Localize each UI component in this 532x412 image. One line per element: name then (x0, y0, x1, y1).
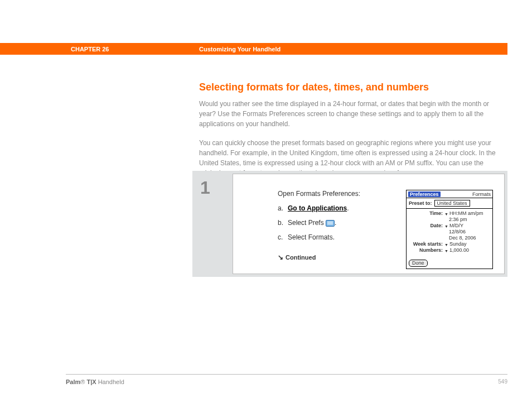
step-a-text: Go to Applications. (288, 204, 389, 212)
palm-time-value: HH:MM am/pm (449, 210, 483, 217)
palm-preset-dropdown[interactable]: United States (434, 200, 470, 207)
step-lead: Open Formats Preferences: (278, 190, 389, 198)
step-a-letter: a. (278, 204, 288, 212)
palm-date-label: Date: (410, 223, 444, 229)
page-number: 549 (498, 379, 507, 385)
palm-formats-label: Formats (472, 191, 491, 197)
footer-brand: Palm® T|X Handheld (66, 379, 124, 385)
palm-numbers-row: Numbers: ▼ 1,000.00 (410, 247, 489, 253)
chapter-header: CHAPTER 26 Customizing Your Handheld (0, 43, 507, 55)
chapter-title: Customizing Your Handheld (199, 46, 280, 52)
palm-date-value: M/D/Y (449, 223, 463, 229)
palm-preset-label: Preset to: (409, 200, 432, 206)
palm-pref-badge: Preferences (408, 191, 441, 197)
step-c-text: Select Formats. (288, 233, 389, 241)
section-heading: Selecting formats for dates, times, and … (199, 82, 506, 93)
palm-numbers-value: 1,000.00 (449, 247, 469, 253)
step-c-letter: c. (278, 233, 288, 241)
palm-date-example-2: Dec 8, 2006 (449, 235, 489, 241)
dropdown-triangle-icon[interactable]: ▼ (444, 211, 448, 217)
palm-week-value: Sunday (449, 241, 467, 247)
dropdown-triangle-icon[interactable]: ▼ (444, 223, 448, 229)
palm-time-example: 2:36 pm (449, 217, 489, 223)
footer-brand-bold: Palm (66, 379, 80, 385)
step-box: 1 Open Formats Preferences: a. Go to App… (192, 171, 507, 277)
footer-tail: Handheld (96, 379, 124, 385)
go-to-applications-link[interactable]: Go to Applications (288, 204, 347, 212)
continued-label: Continued (286, 254, 316, 261)
footer-rule (66, 374, 507, 375)
palm-body: Time: ▼ HH:MM am/pm 2:36 pm Date: ▼ M/D/… (407, 209, 492, 255)
palm-week-label: Week starts: (410, 241, 444, 247)
step-number: 1 (200, 178, 210, 198)
dropdown-triangle-icon[interactable]: ▼ (444, 242, 448, 248)
step-b-letter: b. (278, 219, 288, 227)
footer-model: T|X (85, 379, 96, 385)
prefs-icon (326, 220, 335, 227)
step-c: c. Select Formats. (278, 233, 389, 241)
step-instructions: Open Formats Preferences: a. Go to Appli… (278, 190, 389, 261)
palm-date-example-1: 12/8/06 (449, 229, 489, 235)
palm-week-row: Week starts: ▼ Sunday (410, 241, 489, 247)
step-a: a. Go to Applications. (278, 204, 389, 212)
palm-date-row: Date: ▼ M/D/Y (410, 223, 489, 229)
step-a-dot: . (347, 204, 349, 212)
chapter-number: CHAPTER 26 (71, 46, 109, 52)
step-b-text: Select Prefs . (288, 219, 389, 227)
dropdown-triangle-icon[interactable]: ▼ (444, 248, 448, 254)
continued-indicator: ↘Continued (278, 253, 389, 261)
step-b-post: . (335, 219, 336, 227)
step-b: b. Select Prefs . (278, 219, 389, 227)
palm-numbers-label: Numbers: (410, 247, 444, 253)
step-inner: Open Formats Preferences: a. Go to Appli… (233, 174, 505, 274)
palm-time-row: Time: ▼ HH:MM am/pm (410, 210, 489, 217)
palm-done-button[interactable]: Done (409, 260, 428, 267)
intro-paragraph-1: Would you rather see the time displayed … (199, 99, 506, 129)
palm-titlebar: Preferences Formats (407, 190, 492, 198)
palm-preset-row: Preset to: United States (407, 198, 492, 209)
continued-arrow-icon: ↘ (278, 253, 283, 261)
palm-screenshot: Preferences Formats Preset to: United St… (406, 190, 493, 269)
palm-time-label: Time: (410, 210, 444, 217)
step-b-pre: Select Prefs (288, 219, 326, 227)
